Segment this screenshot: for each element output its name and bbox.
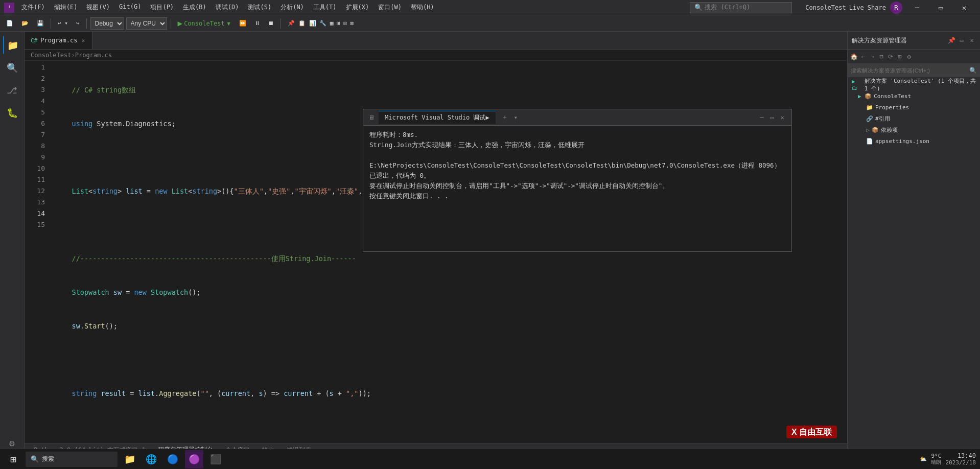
se-header-actions: 📌 ▭ ✕: [947, 36, 976, 44]
line-num-8: 8: [25, 140, 45, 152]
menu-git[interactable]: Git(G): [115, 2, 145, 13]
search-activity-icon[interactable]: 🔍: [3, 58, 21, 77]
console-dialog-icon: 🖥: [368, 114, 375, 121]
taskbar-terminal-btn[interactable]: ⬛: [206, 450, 225, 468]
line-num-7: 7: [25, 129, 45, 140]
se-solution-node[interactable]: ▶ 🗂 解决方案 'ConsoleTest' (1 个项目，共 1 个): [848, 79, 980, 90]
se-collapse-btn[interactable]: ⊞: [896, 53, 904, 61]
se-deps-expand: ▷: [866, 127, 870, 133]
debug-config-dropdown[interactable]: Debug: [90, 17, 124, 30]
se-search-box[interactable]: 🔍: [848, 64, 980, 77]
console-close-btn[interactable]: ✕: [778, 113, 786, 122]
console-dropdown-btn[interactable]: ▾: [514, 114, 518, 121]
console-dialog-header: 🖥 Microsoft Visual Studio 调试▶ ＋ ▾ ─ ▭ ✕: [363, 109, 791, 126]
platform-dropdown[interactable]: Any CPU: [126, 17, 167, 30]
se-refresh-btn[interactable]: ⟳: [886, 53, 895, 61]
explorer-icon[interactable]: 📁: [3, 36, 21, 54]
menu-extensions[interactable]: 扩展(X): [342, 2, 374, 13]
line-num-1: 1: [25, 62, 45, 73]
se-refs-node[interactable]: 🔗 #引用: [848, 113, 980, 124]
live-share[interactable]: Live Share: [849, 4, 886, 11]
menu-test[interactable]: 测试(S): [244, 2, 275, 13]
se-properties-icon: 📁: [866, 104, 873, 111]
menu-build[interactable]: 生成(B): [179, 2, 211, 13]
breadcrumb-file: Program.cs: [75, 52, 112, 59]
menu-window[interactable]: 窗口(W): [374, 2, 406, 13]
console-minimize-btn[interactable]: ─: [758, 113, 766, 122]
line-num-15: 15: [25, 219, 45, 230]
user-avatar[interactable]: R: [890, 2, 902, 14]
code-line-9: [55, 354, 847, 365]
solution-explorer-tree: ▶ 🗂 解决方案 'ConsoleTest' (1 个项目，共 1 个) ▶ 📦…: [848, 77, 980, 456]
start-button[interactable]: ⊞: [4, 450, 22, 468]
pause-btn[interactable]: ⏸: [251, 17, 263, 30]
title-right: Live Share R: [849, 2, 902, 14]
line-num-2: 2: [25, 73, 45, 84]
tab-filename: Program.cs: [40, 37, 77, 44]
run-button[interactable]: ▶ ConsoleTest ▾: [175, 17, 235, 30]
se-appsettings-node[interactable]: 📄 appsettings.json: [848, 135, 980, 147]
menu-debug[interactable]: 调试(D): [212, 2, 243, 13]
se-settings2-btn[interactable]: ⚙: [905, 53, 913, 61]
new-project-btn[interactable]: 📄: [3, 17, 16, 30]
se-pin-btn[interactable]: 📌: [947, 36, 955, 44]
window-title: ConsoleTest: [805, 4, 846, 11]
taskbar-browser-btn[interactable]: 🔵: [164, 450, 182, 468]
save-btn[interactable]: 💾: [34, 17, 47, 30]
se-filter-btn[interactable]: ⊟: [877, 53, 885, 61]
line-num-12: 12: [25, 185, 45, 197]
code-line-10: string result = list.Aggregate("", (curr…: [55, 388, 847, 399]
menu-file[interactable]: 文件(F): [17, 2, 49, 13]
se-home-btn[interactable]: 🏠: [850, 53, 858, 61]
stop-btn[interactable]: ⏹: [265, 17, 277, 30]
se-back-btn[interactable]: ←: [859, 53, 867, 61]
se-appsettings-label: appsettings.json: [875, 138, 929, 145]
tab-bar: C# Program.cs ✕: [25, 32, 847, 50]
se-forward-btn[interactable]: →: [868, 53, 876, 61]
tab-close-btn[interactable]: ✕: [81, 37, 86, 44]
taskbar-vs-btn[interactable]: 🟣: [185, 450, 203, 468]
console-add-tab-btn[interactable]: ＋: [502, 113, 508, 122]
minimize-button[interactable]: ─: [905, 0, 929, 15]
se-expand-btn[interactable]: ▭: [958, 36, 966, 44]
menu-help[interactable]: 帮助(H): [407, 2, 438, 13]
search-box[interactable]: 🔍 搜索 (Ctrl+Q): [690, 2, 792, 13]
console-line-6: 按任意键关闭此窗口. . .: [369, 191, 785, 201]
taskbar-edge-btn[interactable]: 🌐: [142, 450, 160, 468]
solution-explorer-title: 解决方案资源管理器: [852, 36, 907, 45]
open-btn[interactable]: 📂: [18, 17, 32, 30]
breadcrumb: ConsoleTest › Program.cs: [25, 50, 847, 61]
se-close-btn[interactable]: ✕: [968, 36, 976, 44]
taskbar-search-label: 搜索: [42, 455, 54, 463]
maximize-button[interactable]: ▭: [929, 0, 952, 15]
code-line-1: // C# string数组: [55, 84, 847, 96]
undo-btn[interactable]: ↩ ▾: [55, 17, 71, 30]
console-expand-btn[interactable]: ▭: [768, 113, 776, 122]
source-control-icon[interactable]: ⎇: [3, 81, 21, 99]
menu-analyze[interactable]: 分析(N): [276, 2, 308, 13]
misc-tools[interactable]: 📌 📋 📊 🔧 ▦ ⊞ ⊟ ⊠: [285, 17, 357, 30]
sep4: [281, 18, 281, 29]
console-dialog-tab[interactable]: Microsoft Visual Studio 调试▶: [379, 111, 496, 124]
attach-btn[interactable]: ⏩: [236, 17, 249, 30]
close-button[interactable]: ✕: [952, 0, 976, 15]
taskbar-files-btn[interactable]: 📁: [121, 450, 139, 468]
redo-btn[interactable]: ↪: [73, 17, 83, 30]
code-line-8: sw.Start();: [55, 320, 847, 332]
weather-condition: 晴朗: [931, 459, 941, 465]
se-search-input[interactable]: [851, 67, 967, 74]
debug-activity-icon[interactable]: 🐛: [3, 103, 21, 122]
cs-icon: C#: [31, 37, 37, 44]
search-placeholder: 搜索 (Ctrl+Q): [705, 3, 750, 12]
toolbar: 📄 📂 💾 ↩ ▾ ↪ Debug Any CPU ▶ ConsoleTest …: [0, 15, 980, 32]
taskbar-search-icon: 🔍: [31, 455, 39, 463]
code-line-7: Stopwatch sw = new Stopwatch();: [55, 287, 847, 298]
menu-view[interactable]: 视图(V): [82, 2, 114, 13]
menu-edit[interactable]: 编辑(E): [50, 2, 82, 13]
se-deps-node[interactable]: ▷ 📦 依赖项: [848, 124, 980, 135]
menu-project[interactable]: 项目(P): [146, 2, 178, 13]
taskbar-search[interactable]: 🔍 搜索: [26, 452, 118, 467]
se-properties-node[interactable]: 📁 Properties: [848, 102, 980, 113]
menu-tools[interactable]: 工具(T): [309, 2, 341, 13]
tab-program-cs[interactable]: C# Program.cs ✕: [25, 32, 92, 49]
